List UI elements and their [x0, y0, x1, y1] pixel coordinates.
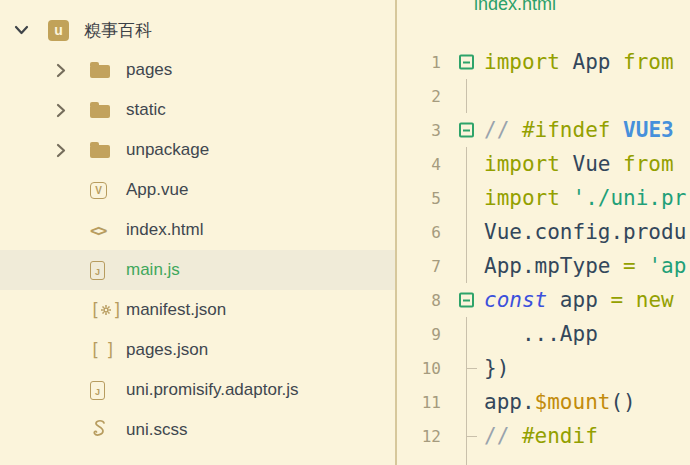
- tree-item-label: uni.promisify.adaptor.js: [120, 380, 299, 400]
- code-token: $mount: [535, 390, 611, 414]
- code-token: #ifndef: [522, 118, 623, 142]
- code-line[interactable]: 12// #endif: [397, 419, 690, 453]
- fold-guide-line: [466, 385, 467, 419]
- code-token: (): [610, 390, 635, 414]
- tree-item-label: unpackage: [120, 140, 209, 160]
- tree-item-label: App.vue: [120, 180, 188, 200]
- code-token: import: [484, 50, 560, 74]
- code-token: app: [547, 288, 610, 312]
- code-line[interactable]: 4import Vue from: [397, 147, 690, 181]
- fold-gutter: [441, 249, 484, 283]
- tree-item-static[interactable]: static: [0, 90, 395, 130]
- folder-icon: [90, 65, 110, 78]
- line-number: 9: [397, 325, 441, 344]
- code-token: import: [484, 186, 560, 210]
- tree-item-label: main.js: [120, 260, 180, 280]
- code-text: ...App: [484, 322, 598, 346]
- fold-gutter: [441, 113, 484, 147]
- line-number: 1: [397, 53, 441, 72]
- tree-item-uni-promisify-adaptor-js[interactable]: Juni.promisify.adaptor.js: [0, 370, 395, 410]
- tree-item-label: 糗事百科: [78, 19, 152, 42]
- line-number: 7: [397, 257, 441, 276]
- tree-item-app-vue[interactable]: VApp.vue: [0, 170, 395, 210]
- fold-gutter: [441, 283, 484, 317]
- code-token: //: [484, 424, 522, 448]
- code-line[interactable]: 7App.mpType = 'ap: [397, 249, 690, 283]
- code-text: app.$mount(): [484, 390, 636, 414]
- tree-item-label: manifest.json: [120, 300, 226, 320]
- tree-item-index-html[interactable]: <>index.html: [0, 210, 395, 250]
- line-number: 2: [397, 87, 441, 106]
- fold-gutter: [441, 147, 484, 181]
- fold-gutter: [441, 45, 484, 79]
- tree-item-pages-json[interactable]: []pages.json: [0, 330, 395, 370]
- fold-gutter: [441, 351, 484, 385]
- chevron-right-icon[interactable]: [56, 63, 66, 78]
- code-line[interactable]: 1import App from: [397, 45, 690, 79]
- tree-item-pages[interactable]: pages: [0, 50, 395, 90]
- fold-collapse-icon[interactable]: [459, 123, 474, 138]
- tree-item-label: pages: [120, 60, 172, 80]
- code-token: 'ap: [648, 254, 686, 278]
- code-line[interactable]: 10}): [397, 351, 690, 385]
- fold-end-tick: [466, 368, 477, 369]
- code-token: =: [610, 288, 623, 312]
- code-token: app.: [484, 390, 535, 414]
- folder-icon: [90, 105, 110, 118]
- chevron-down-icon[interactable]: [14, 25, 29, 35]
- js-file-icon: J: [90, 381, 105, 400]
- line-number: 4: [397, 155, 441, 174]
- tree-item-manifest-json[interactable]: []manifest.json: [0, 290, 395, 330]
- code-text: // #endif: [484, 424, 598, 448]
- code-text: // #ifndef VUE3: [484, 118, 674, 142]
- code-token: App.mpType: [484, 254, 623, 278]
- line-number: 3: [397, 121, 441, 140]
- fold-collapse-icon[interactable]: [459, 293, 474, 308]
- scss-file-icon: [90, 418, 108, 442]
- fold-collapse-icon[interactable]: [459, 55, 474, 70]
- fold-gutter: [441, 181, 484, 215]
- line-number: 10: [397, 359, 441, 378]
- code-line[interactable]: 6Vue.config.produ: [397, 215, 690, 249]
- fold-gutter: [441, 317, 484, 351]
- code-editor-pane[interactable]: index.html 1import App from23// #ifndef …: [397, 0, 690, 465]
- code-token: [560, 186, 573, 210]
- code-token: from: [623, 152, 674, 176]
- code-line[interactable]: 8const app = new: [397, 283, 690, 317]
- js-file-icon: J: [90, 261, 105, 280]
- fold-guide-line: [466, 147, 467, 181]
- tree-item-unpackage[interactable]: unpackage: [0, 130, 395, 170]
- fold-guide-line: [466, 453, 467, 465]
- code-text: import './uni.pr: [484, 186, 686, 210]
- fold-guide-line: [466, 317, 467, 351]
- code-token: new: [636, 288, 674, 312]
- code-token: #endif: [522, 424, 598, 448]
- tab-index-html[interactable]: index.html: [474, 0, 556, 15]
- line-number: 5: [397, 189, 441, 208]
- tree-item--[interactable]: u糗事百科: [0, 10, 395, 50]
- code-token: const: [484, 288, 547, 312]
- hbuilderx-window: u糗事百科pagesstaticunpackageVApp.vue<>index…: [0, 0, 690, 465]
- code-line[interactable]: 2: [397, 79, 690, 113]
- code-line[interactable]: 9 ...App: [397, 317, 690, 351]
- code-token: Vue: [560, 152, 623, 176]
- file-tree: u糗事百科pagesstaticunpackageVApp.vue<>index…: [0, 10, 395, 450]
- chevron-right-icon[interactable]: [56, 103, 66, 118]
- tree-item-main-js[interactable]: Jmain.js: [0, 250, 395, 290]
- code-text: Vue.config.produ: [484, 220, 686, 244]
- chevron-right-icon[interactable]: [56, 143, 66, 158]
- uniapp-logo-icon: u: [48, 20, 69, 41]
- code-line[interactable]: 5import './uni.pr: [397, 181, 690, 215]
- tree-item-uni-scss[interactable]: uni.scss: [0, 410, 395, 450]
- code-token: ...App: [484, 322, 598, 346]
- code-line[interactable]: 3// #ifndef VUE3: [397, 113, 690, 147]
- fold-end-tick: [466, 436, 477, 437]
- html-file-icon: <>: [90, 221, 105, 240]
- code-token: [636, 254, 649, 278]
- line-number: 11: [397, 393, 441, 412]
- fold-gutter: [441, 215, 484, 249]
- line-number: 12: [397, 427, 441, 446]
- fold-gutter: [441, 385, 484, 419]
- code-line[interactable]: 11app.$mount(): [397, 385, 690, 419]
- fold-guide-line: [466, 215, 467, 249]
